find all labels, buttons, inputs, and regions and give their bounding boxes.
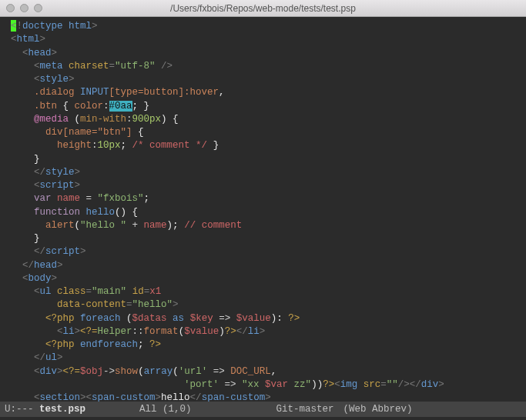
- modeline-vc: Git-master: [276, 404, 334, 415]
- mode-line: U:--- test.psp All (1,0) Git-master (Web…: [0, 402, 526, 417]
- modeline-status: U:---: [5, 404, 39, 415]
- modeline-mode: (Web Abbrev): [343, 404, 413, 415]
- code-editor[interactable]: <!doctype html> <html> <head> <meta char…: [0, 17, 526, 402]
- modeline-position: All (1,0): [139, 404, 192, 415]
- window-title: /Users/fxbois/Repos/web-mode/tests/test.…: [0, 3, 526, 14]
- modeline-filename: test.psp: [39, 404, 85, 415]
- window-titlebar: /Users/fxbois/Repos/web-mode/tests/test.…: [0, 0, 526, 17]
